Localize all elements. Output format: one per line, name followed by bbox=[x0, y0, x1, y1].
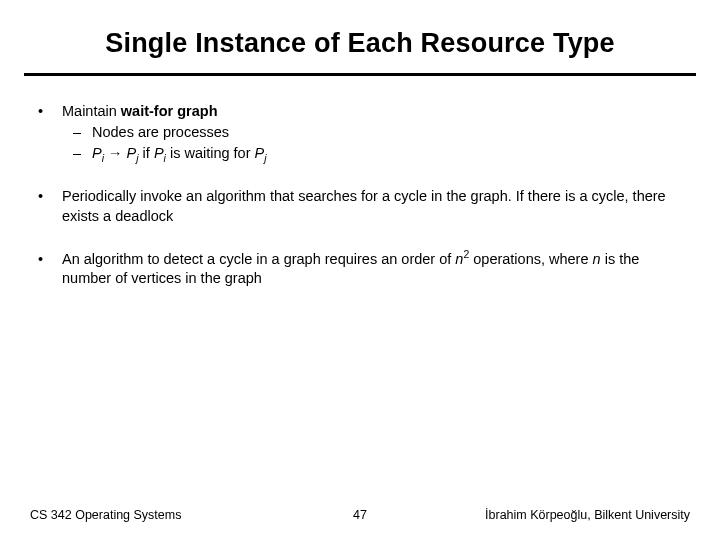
slide-body: • Maintain wait-for graph – Nodes are pr… bbox=[30, 102, 690, 288]
footer-page-number: 47 bbox=[330, 508, 390, 522]
bullet-item: • Periodically invoke an algorithm that … bbox=[36, 187, 684, 225]
slide-footer: CS 342 Operating Systems 47 İbrahim Körp… bbox=[30, 508, 690, 522]
var-p: P bbox=[154, 145, 164, 161]
bullet-marker: • bbox=[36, 102, 62, 163]
slide: Single Instance of Each Resource Type • … bbox=[0, 0, 720, 540]
var-n: n bbox=[593, 251, 601, 267]
bullet-marker: • bbox=[36, 187, 62, 225]
subbullet-item: – Nodes are processes bbox=[62, 123, 684, 142]
arrow-icon: → bbox=[108, 145, 123, 161]
text: operations, where bbox=[469, 251, 592, 267]
bullet-item: • Maintain wait-for graph – Nodes are pr… bbox=[36, 102, 684, 163]
bullet-item: • An algorithm to detect a cycle in a gr… bbox=[36, 250, 684, 288]
bullet-marker: • bbox=[36, 250, 62, 288]
bullet-content: Maintain wait-for graph – Nodes are proc… bbox=[62, 102, 684, 163]
var-p: P bbox=[255, 145, 265, 161]
text: Periodically invoke an algorithm that se… bbox=[62, 187, 684, 225]
var-p: P bbox=[92, 145, 102, 161]
text-bold: wait-for graph bbox=[121, 103, 218, 119]
var-p: P bbox=[127, 145, 137, 161]
footer-right: İbrahim Körpeoğlu, Bilkent University bbox=[390, 508, 690, 522]
title-rule bbox=[24, 73, 696, 76]
sub-j: j bbox=[264, 153, 266, 164]
text: An algorithm to detect a cycle in a grap… bbox=[62, 251, 455, 267]
footer-left: CS 342 Operating Systems bbox=[30, 508, 330, 522]
subbullet-marker: – bbox=[62, 144, 92, 163]
text: An algorithm to detect a cycle in a grap… bbox=[62, 250, 684, 288]
text: if bbox=[139, 145, 154, 161]
text: Pi → Pj if Pi is waiting for Pj bbox=[92, 144, 684, 163]
sub-i: i bbox=[102, 153, 104, 164]
subbullet-item: – Pi → Pj if Pi is waiting for Pj bbox=[62, 144, 684, 163]
text: Nodes are processes bbox=[92, 123, 684, 142]
subbullet-marker: – bbox=[62, 123, 92, 142]
text: Maintain bbox=[62, 103, 121, 119]
text: is waiting for bbox=[166, 145, 255, 161]
slide-title: Single Instance of Each Resource Type bbox=[30, 28, 690, 59]
